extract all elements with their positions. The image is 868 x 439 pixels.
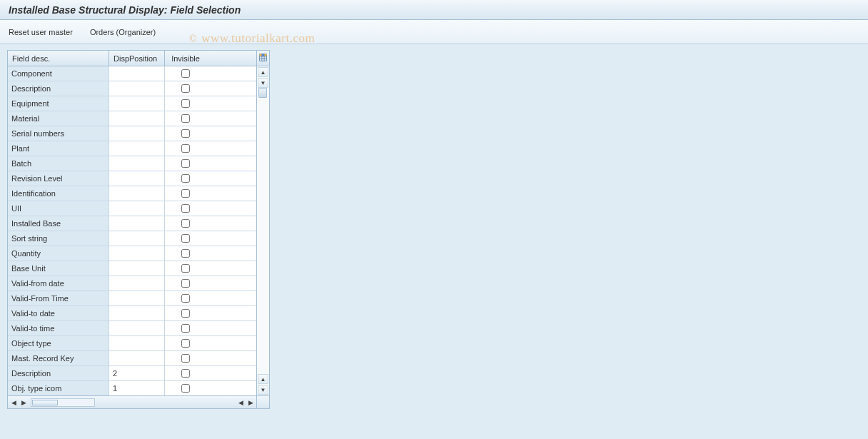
disp-position-cell[interactable] (109, 231, 165, 246)
field-desc-cell[interactable]: Serial numbers (8, 126, 109, 141)
disp-position-input[interactable] (113, 98, 161, 109)
disp-position-input[interactable] (113, 308, 161, 319)
disp-position-cell[interactable] (109, 276, 165, 291)
scroll-up-icon[interactable]: ▲ (258, 67, 268, 77)
invisible-checkbox[interactable] (181, 144, 190, 153)
invisible-checkbox[interactable] (181, 114, 190, 123)
scroll-page-up-icon[interactable]: ▼ (258, 78, 268, 88)
disp-position-cell[interactable] (109, 261, 165, 276)
disp-position-input[interactable] (113, 188, 161, 199)
invisible-checkbox[interactable] (181, 99, 190, 108)
field-desc-cell[interactable]: Batch (8, 156, 109, 171)
disp-position-cell[interactable] (109, 126, 165, 141)
invisible-checkbox[interactable] (181, 294, 190, 303)
disp-position-cell[interactable] (109, 351, 165, 365)
disp-position-input[interactable] (113, 158, 161, 169)
disp-position-input[interactable] (113, 368, 161, 379)
scroll-right-end-icon[interactable]: ▶ (246, 398, 255, 407)
reset-user-master-button[interactable]: Reset user master (9, 28, 73, 36)
invisible-checkbox[interactable] (181, 174, 190, 183)
vscroll-thumb[interactable] (258, 88, 267, 98)
disp-position-input[interactable] (113, 383, 161, 394)
disp-position-input[interactable] (113, 263, 161, 274)
field-desc-cell[interactable]: Component (8, 66, 109, 81)
field-desc-cell[interactable]: Identification (8, 186, 109, 201)
field-desc-cell[interactable]: Valid-from date (8, 276, 109, 291)
disp-position-cell[interactable] (109, 186, 165, 201)
disp-position-cell[interactable] (109, 156, 165, 171)
scroll-page-down-icon[interactable]: ▲ (258, 374, 268, 384)
field-desc-cell[interactable]: Valid-From Time (8, 291, 109, 306)
disp-position-input[interactable] (113, 113, 161, 124)
disp-position-input[interactable] (113, 83, 161, 94)
disp-position-input[interactable] (113, 68, 161, 79)
field-desc-cell[interactable]: Mast. Record Key (8, 351, 109, 365)
disp-position-cell[interactable] (109, 216, 165, 231)
field-desc-cell[interactable]: Sort string (8, 231, 109, 246)
disp-position-cell[interactable] (109, 66, 165, 81)
disp-position-cell[interactable] (109, 246, 165, 261)
invisible-checkbox[interactable] (181, 159, 190, 168)
column-header-invisible[interactable]: Invisible (165, 51, 206, 66)
invisible-checkbox[interactable] (181, 264, 190, 273)
field-desc-cell[interactable]: Equipment (8, 96, 109, 111)
invisible-checkbox[interactable] (181, 234, 190, 243)
disp-position-input[interactable] (113, 278, 161, 289)
disp-position-input[interactable] (113, 293, 161, 304)
disp-position-input[interactable] (113, 248, 161, 259)
field-desc-cell[interactable]: Quantity (8, 246, 109, 261)
field-desc-cell[interactable]: UII (8, 201, 109, 216)
invisible-checkbox[interactable] (181, 84, 190, 93)
invisible-checkbox[interactable] (181, 354, 190, 363)
disp-position-cell[interactable] (109, 321, 165, 335)
field-desc-cell[interactable]: Installed Base (8, 216, 109, 231)
disp-position-input[interactable] (113, 128, 161, 139)
scroll-right-icon[interactable]: ▶ (19, 398, 28, 407)
invisible-checkbox[interactable] (181, 324, 190, 333)
disp-position-input[interactable] (113, 218, 161, 229)
disp-position-input[interactable] (113, 233, 161, 244)
scroll-down-icon[interactable]: ▼ (258, 385, 268, 395)
disp-position-cell[interactable] (109, 366, 165, 380)
scroll-left-icon[interactable]: ◀ (9, 398, 18, 407)
invisible-checkbox[interactable] (181, 69, 190, 78)
column-header-position[interactable]: DispPosition (109, 51, 165, 66)
disp-position-cell[interactable] (109, 306, 165, 321)
disp-position-input[interactable] (113, 323, 161, 334)
disp-position-input[interactable] (113, 143, 161, 154)
disp-position-cell[interactable] (109, 81, 165, 96)
invisible-checkbox[interactable] (181, 309, 190, 318)
invisible-checkbox[interactable] (181, 279, 190, 288)
field-desc-cell[interactable]: Plant (8, 141, 109, 156)
disp-position-cell[interactable] (109, 336, 165, 350)
invisible-checkbox[interactable] (181, 384, 190, 393)
field-desc-cell[interactable]: Revision Level (8, 171, 109, 186)
disp-position-cell[interactable] (109, 171, 165, 186)
invisible-checkbox[interactable] (181, 219, 190, 228)
hscroll-track[interactable] (31, 398, 95, 407)
disp-position-cell[interactable] (109, 381, 165, 395)
disp-position-cell[interactable] (109, 291, 165, 306)
field-desc-cell[interactable]: Object type (8, 336, 109, 350)
column-header-desc[interactable]: Field desc. (8, 51, 109, 66)
hscroll-thumb[interactable] (32, 400, 58, 405)
disp-position-cell[interactable] (109, 141, 165, 156)
disp-position-input[interactable] (113, 173, 161, 184)
disp-position-cell[interactable] (109, 96, 165, 111)
invisible-checkbox[interactable] (181, 189, 190, 198)
invisible-checkbox[interactable] (181, 204, 190, 213)
disp-position-input[interactable] (113, 338, 161, 349)
field-desc-cell[interactable]: Valid-to time (8, 321, 109, 335)
disp-position-input[interactable] (113, 203, 161, 214)
invisible-checkbox[interactable] (181, 339, 190, 348)
field-desc-cell[interactable]: Obj. type icom (8, 381, 109, 395)
field-desc-cell[interactable]: Material (8, 111, 109, 126)
scroll-left-end-icon[interactable]: ◀ (236, 398, 245, 407)
invisible-checkbox[interactable] (181, 369, 190, 378)
disp-position-cell[interactable] (109, 111, 165, 126)
disp-position-cell[interactable] (109, 201, 165, 216)
orders-organizer-button[interactable]: Orders (Organizer) (90, 28, 156, 36)
invisible-checkbox[interactable] (181, 129, 190, 138)
table-settings-button[interactable] (257, 51, 269, 66)
field-desc-cell[interactable]: Description (8, 366, 109, 380)
